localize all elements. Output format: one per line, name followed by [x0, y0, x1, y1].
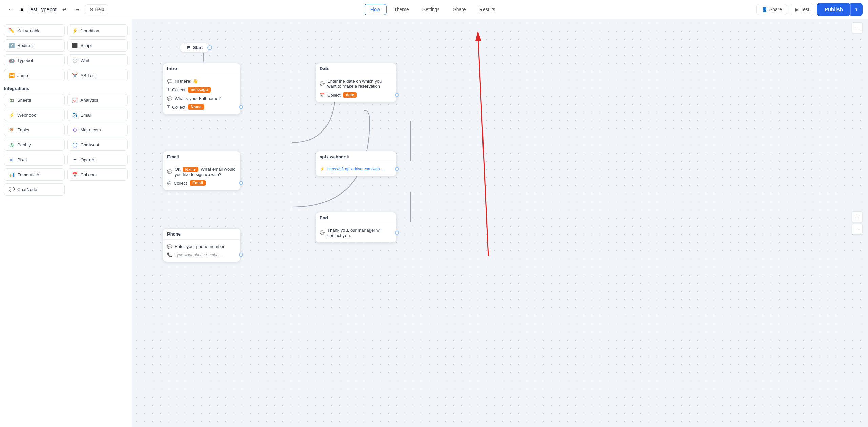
intro-row-3: 💬 What's your Full name? [167, 94, 236, 103]
sidebar-item-condition[interactable]: ⚡ Condition [67, 24, 128, 37]
intro-body: 💬 Hi there! 👋 T Collect message 💬 What's… [163, 74, 240, 114]
sidebar-item-jump[interactable]: ⏭️ Jump [4, 69, 65, 81]
zoom-in-button[interactable]: + [852, 211, 863, 222]
back-button[interactable]: ← [5, 4, 16, 15]
tab-settings[interactable]: Settings [416, 4, 446, 15]
top-navigation: ← ▲ Test Typebot ↩ ↪ ⊙ Help Flow Theme S… [0, 0, 868, 19]
sidebar-item-label: Email [81, 113, 92, 118]
integrations-grid: ▦ Sheets 📈 Analytics ⚡ Webhook ✈️ Email … [4, 94, 128, 196]
email-header: Email [163, 151, 240, 162]
redirect-icon: ↗️ [8, 43, 15, 48]
sidebar-item-zemantic[interactable]: 📊 Zemantic AI [4, 168, 65, 181]
sidebar-item-openai[interactable]: ✦ OpenAI [67, 154, 128, 166]
sidebar-item-label: Jump [17, 73, 28, 78]
sidebar-item-label: Make.com [81, 127, 101, 133]
sidebar-item-typebot[interactable]: 🤖 Typebot [4, 54, 65, 66]
chatwoot-icon: ◯ [72, 142, 78, 147]
end-header: End [316, 212, 396, 223]
sidebar-item-pabbly[interactable]: ◎ Pabbly [4, 139, 65, 151]
text-icon-2: T [167, 105, 170, 109]
date-body: 💬 Enter the date on which you want to ma… [316, 74, 396, 102]
tab-share[interactable]: Share [447, 4, 472, 15]
end-chat-icon: 💬 [320, 230, 325, 235]
calendar-icon: 📅 [320, 93, 325, 97]
sidebar-item-redirect[interactable]: ↗️ Redirect [4, 39, 65, 52]
tab-flow[interactable]: Flow [364, 4, 387, 15]
sidebar-item-make[interactable]: ⬡ Make.com [67, 124, 128, 136]
phone-chat-icon: 💬 [167, 244, 172, 249]
date-node[interactable]: Date 💬 Enter the date on which you want … [315, 63, 397, 102]
email-collect-icon: @ [167, 181, 171, 185]
email-badge: Email [190, 180, 206, 186]
sidebar-item-label: Analytics [81, 98, 98, 103]
jump-icon: ⏭️ [8, 73, 15, 78]
canvas-more-button[interactable]: ⋯ [852, 22, 863, 33]
test-button[interactable]: ▶ Test [790, 4, 814, 15]
email-body: 💬 Ok, Name. What email would you like to… [163, 162, 240, 190]
sidebar-item-zapier[interactable]: ❊ Zapier [4, 124, 65, 136]
svg-line-0 [478, 36, 488, 256]
flow-canvas[interactable]: ⚑ Start Intro 💬 Hi there! 👋 T Collect me… [132, 19, 868, 427]
nav-tabs: Flow Theme Settings Share Results [111, 4, 753, 15]
tab-results[interactable]: Results [473, 4, 501, 15]
end-node[interactable]: End 💬 Thank you, our manager will contac… [315, 212, 397, 243]
sidebar-item-email[interactable]: ✈️ Email [67, 109, 128, 121]
sidebar-item-label: Webhook [17, 113, 36, 118]
sidebar-item-pixel[interactable]: ∞ Pixel [4, 154, 65, 166]
start-node[interactable]: ⚑ Start [180, 43, 210, 53]
chatnode-icon: 💬 [8, 187, 15, 192]
zemantic-icon: 📊 [8, 172, 15, 177]
connections-svg [132, 19, 868, 427]
sidebar-item-label: Zapier [17, 127, 30, 133]
wait-icon: ⏱️ [72, 58, 78, 63]
redo-button[interactable]: ↪ [72, 4, 82, 15]
sidebar-item-analytics[interactable]: 📈 Analytics [67, 94, 128, 106]
webhook-header: apix webhook [316, 151, 396, 162]
sidebar-item-label: Pixel [17, 157, 27, 162]
sidebar-item-chatnode[interactable]: 💬 ChatNode [4, 183, 65, 196]
date-badge: date [343, 92, 357, 98]
share-icon: 👤 [762, 7, 767, 12]
set-variable-icon: ✏️ [8, 28, 15, 33]
phone-row-2: 📞 Type your phone number... [167, 251, 236, 259]
intro-node[interactable]: Intro 💬 Hi there! 👋 T Collect message 💬 … [163, 63, 241, 115]
undo-button[interactable]: ↩ [59, 4, 70, 15]
sidebar-item-script[interactable]: ⬛ Script [67, 39, 128, 52]
sidebar-item-webhook[interactable]: ⚡ Webhook [4, 109, 65, 121]
logic-items-grid: ✏️ Set variable ⚡ Condition ↗️ Redirect … [4, 24, 128, 81]
sidebar-item-label: Set variable [17, 28, 41, 33]
sidebar-item-label: Cal.com [81, 172, 97, 177]
tab-theme[interactable]: Theme [388, 4, 415, 15]
share-button[interactable]: 👤 Share [756, 4, 787, 15]
sidebar-item-sheets[interactable]: ▦ Sheets [4, 94, 65, 106]
pixel-icon: ∞ [8, 157, 15, 162]
phone-node[interactable]: Phone 💬 Enter your phone number 📞 Type y… [163, 228, 241, 262]
make-icon: ⬡ [72, 127, 78, 133]
email-node[interactable]: Email 💬 Ok, Name. What email would you l… [163, 151, 241, 190]
sidebar-item-label: Pabbly [17, 142, 31, 147]
sidebar-item-set-variable[interactable]: ✏️ Set variable [4, 24, 65, 37]
pabbly-icon: ◎ [8, 142, 15, 147]
webhook-node[interactable]: apix webhook ⚡ https://s3.apix-drive.com… [315, 151, 397, 176]
sidebar-item-label: Zemantic AI [17, 172, 41, 177]
sidebar-item-ab-test[interactable]: ✂️ AB Test [67, 69, 128, 81]
publish-dropdown-button[interactable]: ▾ [850, 3, 863, 16]
publish-button[interactable]: Publish [817, 3, 850, 16]
cursor-icon: ▲ [19, 6, 25, 13]
sidebar-item-cal[interactable]: 📅 Cal.com [67, 168, 128, 181]
help-button[interactable]: ⊙ Help [85, 4, 109, 14]
email-icon: ✈️ [72, 112, 78, 118]
webhook-icon: ⚡ [8, 112, 15, 118]
zoom-out-button[interactable]: − [852, 224, 863, 235]
sidebar-item-label: Condition [81, 28, 99, 33]
sidebar-item-label: Script [81, 43, 92, 48]
typebot-icon: 🤖 [8, 58, 15, 63]
sidebar-item-label: Wait [81, 58, 90, 63]
sidebar-item-chatwoot[interactable]: ◯ Chatwoot [67, 139, 128, 151]
intro-header: Intro [163, 63, 240, 74]
sidebar-item-wait[interactable]: ⏱️ Wait [67, 54, 128, 66]
zapier-icon: ❊ [8, 127, 15, 133]
phone-header: Phone [163, 229, 240, 240]
sidebar-item-label: OpenAI [81, 157, 96, 162]
name-badge: Name [188, 104, 204, 110]
